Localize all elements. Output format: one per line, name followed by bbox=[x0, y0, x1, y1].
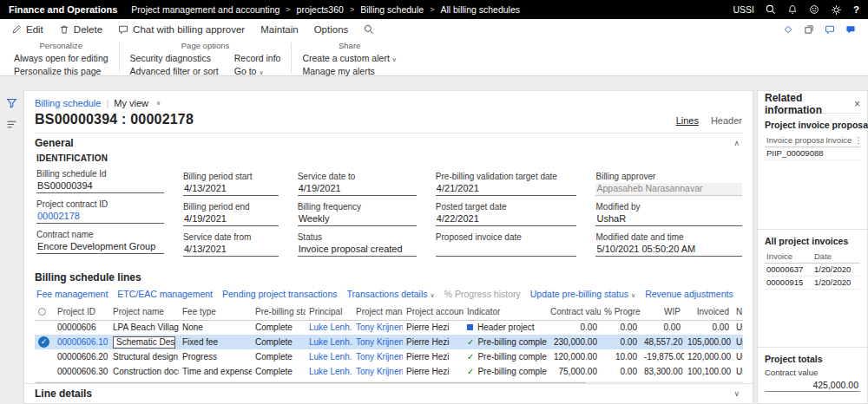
principal-link[interactable]: Luke Lenh... bbox=[306, 364, 352, 379]
col-principal[interactable]: Principal bbox=[306, 304, 352, 320]
grid-row-selected[interactable]: ✓ 00000606.10 Schematic Design Fixed fee… bbox=[35, 335, 743, 349]
indicator-cell[interactable]: Header project bbox=[464, 320, 547, 335]
project-id-link[interactable]: 00000606.10 bbox=[54, 335, 109, 349]
wip-cell[interactable]: -19,875.00 bbox=[641, 349, 684, 364]
col-progress[interactable]: % Progress bbox=[601, 304, 641, 320]
action-search-button[interactable] bbox=[356, 19, 382, 40]
service-date-from-value[interactable]: 4/13/2021 bbox=[183, 244, 279, 257]
company-selector[interactable]: USSI bbox=[733, 4, 754, 15]
progress-cell[interactable]: 0.00 bbox=[601, 335, 641, 349]
breadcrumb-item-page[interactable]: Billing schedule bbox=[360, 4, 424, 15]
options-tab[interactable]: Options bbox=[306, 19, 357, 40]
project-accountant-cell[interactable]: Pierre Hezi bbox=[403, 364, 464, 379]
col-invoice-proposal[interactable]: Invoice proposal bbox=[765, 134, 824, 147]
col-invoice[interactable]: Invoice bbox=[765, 250, 812, 263]
contract-value-cell[interactable]: 75,000.00 bbox=[547, 364, 601, 379]
fee-type-cell[interactable]: Time and expense NTE bbox=[179, 364, 252, 379]
col-fee-type[interactable]: Fee type bbox=[179, 304, 252, 320]
invoiced-cell[interactable]: 105,000.00 bbox=[684, 335, 733, 349]
create-custom-alert-dropdown[interactable]: Create a custom alert∨ bbox=[302, 53, 397, 63]
transactions-details-dropdown[interactable]: Transactions details∨ bbox=[347, 289, 435, 299]
tab-lines[interactable]: Lines bbox=[676, 115, 699, 126]
col-pre-billing-status[interactable]: Pre-billing status bbox=[252, 304, 306, 320]
invoice-number-cell[interactable]: 00000637 bbox=[765, 263, 812, 276]
modified-by-value[interactable]: UshaR bbox=[595, 213, 742, 226]
grid-row[interactable]: 00000606.20 Structural design r... Progr… bbox=[35, 349, 743, 364]
update-prebilling-status-dropdown[interactable]: Update pre-billing status∨ bbox=[530, 289, 635, 299]
modified-by-cell[interactable]: UshaR bbox=[733, 364, 743, 379]
pre-billing-status-cell[interactable]: Complete bbox=[252, 349, 306, 364]
billing-period-start-value[interactable]: 4/13/2021 bbox=[183, 183, 279, 196]
status-value[interactable]: Invoice proposal created bbox=[298, 244, 417, 257]
wip-cell[interactable]: 0.00 bbox=[641, 320, 684, 335]
invoice-date-cell[interactable]: 1/20/2020 bbox=[812, 263, 860, 276]
maintain-tab[interactable]: Maintain bbox=[253, 19, 306, 40]
app-title[interactable]: Finance and Operations bbox=[9, 4, 117, 15]
pending-project-transactions-link[interactable]: Pending project transactions bbox=[222, 289, 338, 299]
project-manager-link[interactable]: Tony Krijnen bbox=[352, 320, 403, 335]
contract-name-value[interactable]: Encore Development Group bbox=[36, 241, 164, 254]
line-details-section-header[interactable]: Line details ∨ bbox=[24, 383, 753, 403]
indicator-cell[interactable]: ✓Pre-billing complete bbox=[464, 364, 547, 379]
fee-type-cell[interactable]: Progress bbox=[179, 349, 252, 364]
col-date[interactable]: Date bbox=[812, 250, 860, 263]
fee-type-cell[interactable]: None bbox=[179, 320, 252, 335]
col-wip[interactable]: WIP bbox=[641, 304, 684, 320]
col-indicator[interactable]: Indicator bbox=[464, 304, 547, 320]
invoice-number-cell[interactable]: 00000915 bbox=[765, 276, 812, 289]
chat-with-billing-approver-button[interactable]: Chat with billing approver bbox=[110, 19, 253, 40]
invoiced-cell[interactable]: 100,100.00 bbox=[684, 364, 733, 379]
personalize-this-page-button[interactable]: Personalize this page bbox=[14, 66, 108, 76]
principal-link[interactable]: Luke Lenh... bbox=[306, 335, 352, 349]
fee-management-link[interactable]: Fee management bbox=[36, 289, 108, 299]
project-id-cell[interactable]: 00000606 bbox=[54, 320, 109, 335]
view-selector[interactable]: My view bbox=[114, 98, 148, 108]
project-manager-link[interactable]: Tony Krijnen bbox=[352, 335, 403, 349]
row-selected-check-icon[interactable]: ✓ bbox=[38, 336, 49, 348]
task-list-icon[interactable] bbox=[6, 119, 17, 130]
billing-period-end-value[interactable]: 4/19/2021 bbox=[183, 213, 279, 226]
modified-datetime-value[interactable]: 5/10/2021 05:50:20 AM bbox=[595, 244, 742, 257]
invoice-row[interactable]: 00000915 1/20/2020 bbox=[765, 276, 860, 289]
row-select-cell[interactable]: ✓ bbox=[35, 335, 54, 349]
go-to-dropdown[interactable]: Go to∨ bbox=[234, 66, 281, 76]
breadcrumb-item-view[interactable]: All billing schedules bbox=[440, 4, 520, 15]
contract-value-cell[interactable]: 0.00 bbox=[547, 320, 601, 335]
billing-schedule-list-link[interactable]: Billing schedule bbox=[35, 98, 101, 108]
posted-target-value[interactable]: 4/22/2021 bbox=[436, 213, 577, 226]
edit-button[interactable]: Edit bbox=[3, 19, 51, 40]
col-project-accountant[interactable]: Project accountant bbox=[403, 304, 464, 320]
invoice-cell[interactable] bbox=[824, 147, 852, 160]
project-name-cell-editing[interactable]: Schematic Design bbox=[109, 335, 179, 349]
project-accountant-cell[interactable]: Pierre Hezi bbox=[403, 349, 464, 364]
revenue-adjustments-link[interactable]: Revenue adjustments bbox=[645, 289, 733, 299]
record-info-button[interactable]: Record info bbox=[234, 53, 281, 63]
project-contract-id-link[interactable]: 00002178 bbox=[36, 211, 164, 224]
col-project-id[interactable]: Project ID bbox=[54, 304, 109, 320]
pre-billing-status-cell[interactable]: Complete bbox=[252, 320, 306, 335]
project-accountant-cell[interactable]: Pierre Hezi bbox=[403, 320, 464, 335]
indicator-cell[interactable]: ✓Pre-billing complete bbox=[464, 349, 547, 364]
share-icon[interactable] bbox=[783, 24, 793, 35]
col-modified-by[interactable]: N ⋮ bbox=[733, 304, 743, 320]
pre-billing-status-cell[interactable]: Complete bbox=[252, 364, 306, 379]
invoice-date-cell[interactable]: 1/20/2020 bbox=[812, 276, 860, 289]
breadcrumb-item-area[interactable]: projects360 bbox=[297, 4, 344, 15]
principal-link[interactable]: Luke Lenh... bbox=[306, 320, 352, 335]
settings-gear-icon[interactable] bbox=[831, 4, 842, 16]
progress-cell[interactable]: 0.00 bbox=[601, 320, 641, 335]
notifications-bell-icon[interactable] bbox=[787, 4, 798, 15]
col-invoiced[interactable]: Invoiced bbox=[684, 304, 733, 320]
collapse-chevron-icon[interactable]: ∧ bbox=[733, 139, 742, 147]
tab-header[interactable]: Header bbox=[711, 115, 742, 126]
project-name-cell[interactable]: Construction docu... bbox=[109, 364, 179, 379]
indicator-cell[interactable]: ✓Pre-billing complete bbox=[464, 335, 547, 349]
invoice-proposal-row[interactable]: PIIP_00009088 bbox=[765, 147, 860, 160]
project-name-editor[interactable]: Schematic Design bbox=[113, 336, 175, 349]
billing-schedule-id-value[interactable]: BS00000394 bbox=[36, 180, 164, 193]
grid-row[interactable]: 00000606.30 Construction docu... Time an… bbox=[35, 364, 743, 379]
select-all-circle-icon[interactable] bbox=[38, 308, 46, 316]
feedback-smiley-icon[interactable] bbox=[809, 4, 819, 15]
prebilling-target-value[interactable]: 4/21/2021 bbox=[436, 183, 577, 196]
help-icon[interactable]: ? bbox=[853, 4, 859, 15]
